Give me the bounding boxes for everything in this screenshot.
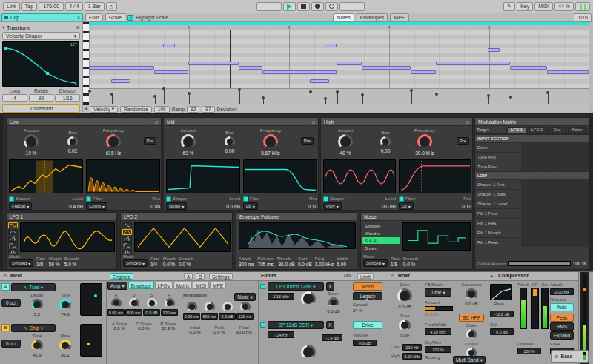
filter2-type-select[interactable]: BP 12dB OSR▾	[268, 321, 324, 329]
arrows-icon[interactable]: ↔	[148, 119, 152, 125]
matrix-cell[interactable]	[572, 219, 589, 228]
amount-value[interactable]: 69 %	[183, 150, 194, 156]
midi-note[interactable]	[188, 62, 239, 65]
saw-wave-icon[interactable]	[122, 236, 132, 242]
engine-a-pad[interactable]	[80, 283, 102, 316]
sine-wave-icon[interactable]	[8, 222, 18, 228]
tab-midi[interactable]: MIDI	[193, 282, 209, 289]
record-button[interactable]	[311, 2, 324, 11]
decay-value[interactable]: 0.2	[34, 312, 40, 317]
matrix-cell[interactable]	[572, 153, 589, 162]
key-map-button[interactable]: Key	[517, 2, 533, 11]
amp-select[interactable]: Amp▾	[107, 282, 127, 290]
lfo2-display[interactable]	[134, 222, 231, 252]
filter1-freq-knob[interactable]	[301, 291, 316, 306]
attack-value[interactable]: 0.00 ms	[183, 313, 200, 320]
rate-value[interactable]: 80.2	[61, 353, 70, 357]
compress-knob[interactable]	[466, 288, 477, 300]
matrix-cell[interactable]	[521, 180, 538, 189]
ramp-from[interactable]: 92	[187, 106, 199, 113]
midi-map-button[interactable]: MIDI	[534, 2, 553, 11]
bias-value[interactable]: 0.00	[381, 148, 391, 153]
filter2-gain-value[interactable]: -1.4 dB	[322, 334, 342, 341]
saw-wave-icon[interactable]	[8, 236, 18, 242]
beat-ruler[interactable]: 2345	[89, 22, 589, 30]
tab-envelopes[interactable]: Envelopes	[357, 13, 388, 22]
midi-note[interactable]	[362, 66, 411, 70]
filter2-freq-value[interactable]: 714 Hz	[268, 331, 294, 338]
tone-value[interactable]: 42.9	[33, 353, 42, 357]
level-value[interactable]: 6.4 dB	[69, 204, 83, 209]
freq-width-value[interactable]: 4.20 kHz	[425, 328, 451, 335]
triangle-wave-icon[interactable]	[8, 229, 18, 235]
model-expand-button[interactable]: Expand	[550, 331, 574, 340]
filter2-enable-checkbox[interactable]	[260, 322, 265, 328]
power-icon[interactable]: ⊙	[466, 119, 469, 125]
scale-button[interactable]: Scale	[105, 13, 126, 22]
matrix-cell[interactable]	[521, 238, 538, 247]
midi-note[interactable]	[154, 70, 188, 74]
shaper-enable-checkbox[interactable]	[9, 196, 14, 202]
amount-value[interactable]: 48 %	[340, 150, 351, 156]
fold-button[interactable]: Fold	[85, 13, 103, 22]
matrix-cell[interactable]	[538, 219, 555, 228]
velocity-marker[interactable]	[511, 98, 511, 104]
release-knob[interactable]	[165, 298, 175, 308]
square-wave-icon[interactable]	[8, 242, 18, 248]
filter-display[interactable]	[86, 159, 160, 193]
drive-value[interactable]: 0.0 dB	[398, 305, 411, 309]
matrix-cell[interactable]	[572, 209, 589, 218]
matrix-cell[interactable]	[555, 238, 572, 247]
matrix-cell[interactable]	[555, 228, 572, 237]
midi-note[interactable]	[325, 44, 337, 47]
bias-value[interactable]: 0.02	[68, 148, 78, 153]
matrix-cell[interactable]	[572, 190, 589, 199]
engine-a-slot[interactable]: A	[1, 283, 10, 291]
sustain-knob[interactable]	[147, 298, 157, 308]
matrix-cell[interactable]	[555, 190, 572, 199]
filter-enable-checkbox[interactable]	[86, 196, 91, 202]
decay-knob[interactable]	[129, 298, 139, 308]
ratio-display[interactable]	[490, 284, 512, 300]
sustain-value[interactable]: 0.0 dB	[219, 313, 236, 320]
piano-roll[interactable]: 2345	[83, 22, 589, 105]
midi-note[interactable]	[411, 70, 436, 74]
r-slope-value[interactable]: 32.9 %	[156, 326, 180, 331]
filter-enable-checkbox[interactable]	[243, 196, 248, 202]
engine-a-tab[interactable]: A	[184, 273, 193, 280]
tone-knob[interactable]	[31, 340, 43, 351]
drive-knob[interactable]	[328, 297, 339, 308]
matrix-cell[interactable]	[538, 199, 555, 208]
tap-tempo-button[interactable]: Tap	[21, 2, 37, 11]
velocity-marker[interactable]	[362, 96, 363, 104]
matrix-cell[interactable]	[538, 238, 555, 247]
volume-value[interactable]: 0.0 dB	[353, 340, 377, 346]
shaper-display[interactable]	[9, 159, 83, 193]
lfo1-shape-selector[interactable]	[8, 222, 18, 255]
envf-display[interactable]	[239, 222, 356, 249]
transform-apply-button[interactable]: Transform	[2, 104, 80, 113]
velocity-marker[interactable]	[411, 91, 412, 104]
matrix-cell[interactable]	[538, 153, 555, 162]
quantization-menu[interactable]: 1 Bar	[85, 2, 105, 11]
tab-envelope[interactable]: Envelope	[128, 282, 154, 289]
velocity-marker[interactable]	[548, 93, 549, 104]
matrix-cell[interactable]	[538, 190, 555, 199]
a-slope-value[interactable]: 0.0 %	[107, 326, 131, 331]
noise-type-option[interactable]: Simplex	[362, 222, 400, 229]
frequency-value[interactable]: 5.67 kHz	[261, 150, 280, 156]
matrix-cell[interactable]	[555, 209, 572, 218]
width-value[interactable]: 6.00	[337, 262, 348, 267]
limit-button[interactable]: Limit	[357, 273, 374, 280]
smooth-value[interactable]: 0.0 %	[403, 262, 419, 267]
matrix-cell[interactable]	[572, 228, 589, 237]
engine-b-tab[interactable]: B	[196, 273, 205, 280]
sustain-knob[interactable]	[222, 302, 233, 312]
velocity-marker[interactable]	[325, 99, 326, 104]
sidechain-toggle-icon[interactable]: ▸	[491, 273, 493, 279]
bias-knob[interactable]	[67, 136, 78, 147]
level-value[interactable]: 0.0 dB	[382, 204, 396, 209]
pre-button[interactable]: Pre	[144, 137, 156, 145]
filter1-enable-checkbox[interactable]	[260, 284, 265, 289]
matrix-cell[interactable]	[538, 209, 555, 218]
